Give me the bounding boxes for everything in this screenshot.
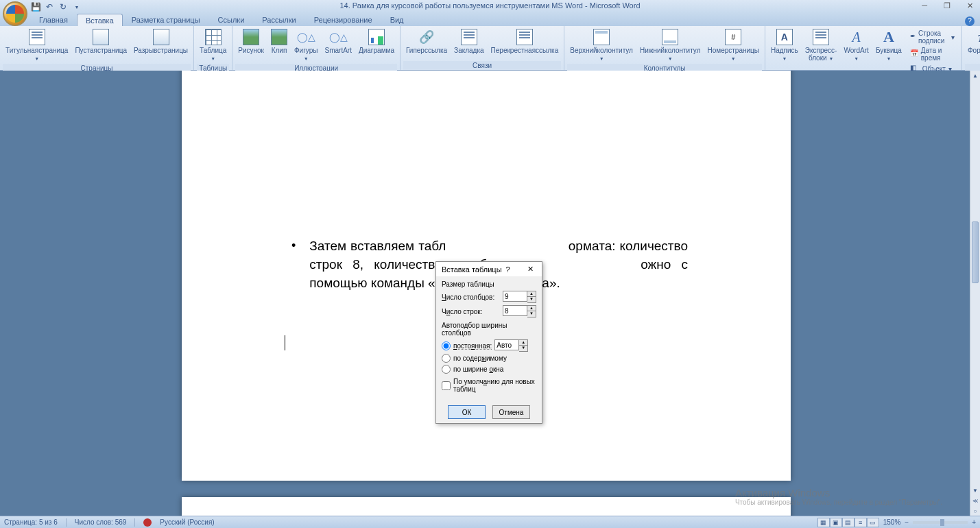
hyperlink-button[interactable]: 🔗Гиперссылка — [403, 27, 450, 56]
smartart-button[interactable]: SmartArt — [322, 27, 354, 56]
help-icon[interactable]: ? — [965, 16, 975, 26]
cols-label: Число столбцов: — [442, 293, 500, 301]
tab-mailings[interactable]: Рассылки — [253, 13, 304, 26]
document-area: На этом оформление ра страницу разместит… — [0, 71, 980, 527]
radio-content-label[interactable]: по содержимому — [453, 355, 507, 362]
picture-button[interactable]: Рисунок — [235, 27, 267, 56]
office-button[interactable] — [3, 1, 27, 26]
tab-view[interactable]: Вид — [381, 13, 413, 26]
dialog-help-icon[interactable]: ? — [502, 265, 514, 274]
radio-window-label[interactable]: по ширине окна — [453, 365, 503, 373]
zoom-value[interactable]: 150% — [883, 518, 901, 526]
cover-page-button[interactable]: Титульнаястраница ▼ — [3, 27, 71, 64]
ribbon-tabs: Главная Вставка Разметка страницы Ссылки… — [0, 14, 980, 26]
fixed-width-spinner[interactable]: ▲▼ — [494, 339, 528, 352]
radio-fixed-label[interactable]: постоянная: — [453, 342, 492, 350]
chart-button[interactable]: Диаграмма — [356, 27, 397, 56]
proofing-icon[interactable] — [143, 518, 152, 527]
vertical-scrollbar[interactable]: ▲ ▼ ≪ ○ ≫ — [970, 71, 980, 527]
group-links: 🔗Гиперссылка Закладка Перекрестнаяссылка… — [401, 26, 564, 70]
maximize-button[interactable]: ❐ — [940, 1, 955, 10]
spinner-down-icon[interactable]: ▼ — [519, 346, 527, 351]
page-number-button[interactable]: #Номерстраницы ▼ — [704, 27, 762, 64]
zoom-out-icon[interactable]: − — [905, 518, 909, 526]
group-header-footer: Верхнийколонтитул ▼ Нижнийколонтитул ▼ #… — [564, 26, 765, 70]
spinner-up-icon[interactable]: ▲ — [519, 340, 527, 346]
scroll-down-icon[interactable]: ▼ — [970, 485, 980, 496]
dialog-title-bar[interactable]: Вставка таблицы ? ✕ — [436, 262, 542, 276]
datetime-button[interactable]: 📅Дата и время — [907, 46, 957, 62]
view-draft[interactable]: ▭ — [867, 518, 879, 527]
window-title: 14. Рамка для курсовой работы пользуемся… — [0, 1, 980, 10]
view-print-layout[interactable]: ▦ — [817, 518, 830, 527]
textbox-button[interactable]: AНадпись ▼ — [768, 27, 801, 64]
browse-object-icon[interactable]: ○ — [970, 506, 980, 516]
group-text: AНадпись ▼ Экспресс-блоки ▼ AWordArt ▼ A… — [765, 26, 962, 70]
tab-home[interactable]: Главная — [30, 13, 77, 26]
rows-spinner[interactable]: ▲▼ — [503, 305, 536, 317]
view-web[interactable]: ▤ — [842, 518, 854, 527]
header-button[interactable]: Верхнийколонтитул ▼ — [567, 27, 636, 64]
cols-spinner[interactable]: ▲▼ — [503, 291, 536, 303]
dialog-close-icon[interactable]: ✕ — [525, 265, 536, 274]
spinner-up-icon[interactable]: ▲ — [527, 291, 536, 297]
section-autofit: Автоподбор ширины столбцов — [442, 322, 536, 337]
zoom-in-icon[interactable]: + — [972, 518, 976, 526]
crossref-button[interactable]: Перекрестнаяссылка — [488, 27, 562, 56]
group-tables: Таблица ▼ Таблицы — [194, 26, 232, 70]
default-checkbox[interactable] — [442, 381, 451, 390]
table-button[interactable]: Таблица ▼ — [197, 27, 229, 64]
cancel-button[interactable]: Отмена — [492, 405, 530, 419]
scroll-thumb[interactable] — [972, 221, 979, 283]
clipart-button[interactable]: Клип — [268, 27, 290, 56]
radio-window[interactable] — [442, 365, 451, 374]
group-illustrations: Рисунок Клип Фигуры ▼ SmartArt Диаграмма… — [232, 26, 401, 70]
zoom-slider[interactable] — [913, 521, 968, 524]
minimize-button[interactable]: ─ — [918, 1, 931, 10]
cols-input[interactable] — [503, 291, 527, 302]
wordart-button[interactable]: AWordArt ▼ — [841, 27, 872, 64]
radio-content[interactable] — [442, 354, 451, 363]
section-size: Размер таблицы — [442, 280, 536, 288]
tab-references[interactable]: Ссылки — [209, 13, 254, 26]
insert-table-dialog: Вставка таблицы ? ✕ Размер таблицы Число… — [435, 261, 542, 424]
spinner-down-icon[interactable]: ▼ — [527, 297, 536, 302]
equation-button[interactable]: πФормула ▼ — [965, 27, 980, 64]
view-full-screen[interactable]: ▣ — [830, 518, 842, 527]
prev-page-icon[interactable]: ≪ — [970, 496, 980, 506]
status-language[interactable]: Русский (Россия) — [160, 518, 214, 526]
text-cursor — [285, 335, 285, 350]
shapes-button[interactable]: Фигуры ▼ — [291, 27, 320, 64]
dialog-title: Вставка таблицы — [442, 265, 502, 274]
fixed-width-input[interactable] — [494, 339, 519, 350]
tab-review[interactable]: Рецензирование — [305, 13, 381, 26]
scroll-up-icon[interactable]: ▲ — [970, 71, 980, 81]
blank-page-button[interactable]: Пустаястраница — [72, 27, 130, 56]
bookmark-button[interactable]: Закладка — [451, 27, 486, 56]
view-buttons: ▦ ▣ ▤ ≡ ▭ — [817, 518, 879, 527]
group-label-links: Связи — [403, 61, 561, 70]
dropcap-button[interactable]: AБуквица ▼ — [873, 27, 905, 64]
status-words[interactable]: Число слов: 569 — [75, 518, 127, 526]
rows-input[interactable] — [503, 305, 527, 316]
ribbon: Титульнаястраница ▼ Пустаястраница Разры… — [0, 26, 980, 71]
tab-page-layout[interactable]: Разметка страницы — [123, 13, 209, 26]
window-controls: ─ ❐ ✕ — [918, 1, 977, 10]
close-button[interactable]: ✕ — [963, 1, 977, 10]
footer-button[interactable]: Нижнийколонтитул ▼ — [637, 27, 704, 64]
default-label[interactable]: По умолчанию для новых таблиц — [453, 378, 536, 393]
signature-button[interactable]: ✒Строка подписи ▾ — [907, 29, 957, 45]
spinner-up-icon[interactable]: ▲ — [527, 306, 536, 311]
windows-activation-watermark: Активация Windows Чтобы активировать Win… — [735, 487, 942, 506]
status-bar: Страница: 5 из 6 Число слов: 569 Русский… — [0, 516, 980, 528]
ok-button[interactable]: ОК — [448, 405, 486, 419]
radio-fixed[interactable] — [442, 341, 451, 350]
quickparts-button[interactable]: Экспресс-блоки ▼ — [802, 27, 840, 64]
rows-label: Число строк: — [442, 308, 500, 315]
spinner-down-icon[interactable]: ▼ — [527, 311, 536, 317]
title-bar: 💾 ↶ ↻ ▼ 14. Рамка для курсовой работы по… — [0, 0, 980, 14]
page-break-button[interactable]: Разрывстраницы — [131, 27, 191, 56]
view-outline[interactable]: ≡ — [854, 518, 867, 527]
tab-insert[interactable]: Вставка — [77, 14, 123, 26]
status-page[interactable]: Страница: 5 из 6 — [4, 518, 58, 526]
